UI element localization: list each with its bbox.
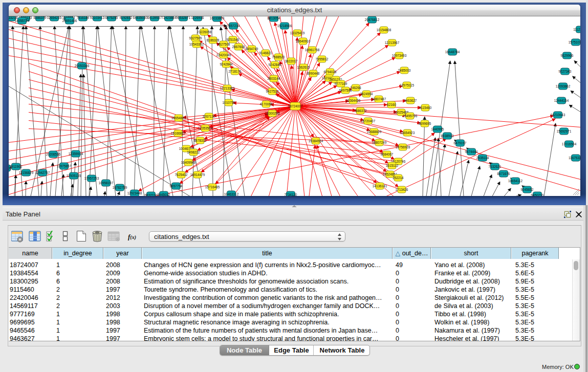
svg-text:1362615: 1362615 xyxy=(297,65,310,69)
svg-text:1498222: 1498222 xyxy=(187,150,200,154)
svg-text:10154808: 10154808 xyxy=(377,28,391,32)
svg-text:96532871: 96532871 xyxy=(176,16,191,19)
svg-text:16409948: 16409948 xyxy=(181,161,196,164)
svg-text:16033809: 16033809 xyxy=(210,16,225,20)
svg-text:18300295: 18300295 xyxy=(265,112,280,115)
svg-text:13325419: 13325419 xyxy=(290,31,305,35)
svg-text:8699695: 8699695 xyxy=(419,122,431,125)
svg-text:12213967: 12213967 xyxy=(385,41,400,45)
svg-text:6479197: 6479197 xyxy=(454,141,467,145)
svg-text:19654882: 19654882 xyxy=(171,116,186,120)
svg-text:6475255: 6475255 xyxy=(105,16,118,19)
svg-text:1010755: 1010755 xyxy=(223,101,235,104)
svg-text:13975857: 13975857 xyxy=(57,164,72,168)
svg-text:19166827: 19166827 xyxy=(171,132,186,135)
svg-text:19756928: 19756928 xyxy=(396,145,410,149)
svg-text:9474444: 9474444 xyxy=(465,150,478,154)
svg-text:8878312: 8878312 xyxy=(194,139,207,142)
svg-text:3267130: 3267130 xyxy=(203,115,215,118)
svg-text:2935114: 2935114 xyxy=(476,156,489,160)
svg-text:3824554: 3824554 xyxy=(360,92,373,96)
svg-text:62160: 62160 xyxy=(387,103,396,106)
svg-text:18807249: 18807249 xyxy=(372,141,387,144)
svg-text:1226916: 1226916 xyxy=(191,16,204,19)
svg-text:16648784: 16648784 xyxy=(445,50,460,54)
svg-text:17957253: 17957253 xyxy=(84,177,99,180)
svg-text:7886372: 7886372 xyxy=(354,109,367,113)
svg-text:12093862: 12093862 xyxy=(556,84,571,88)
svg-text:2803144: 2803144 xyxy=(268,77,280,80)
svg-text:1440995: 1440995 xyxy=(431,127,444,131)
svg-text:14136141: 14136141 xyxy=(373,184,387,188)
svg-text:19384554: 19384554 xyxy=(309,139,323,143)
svg-text:4192832: 4192832 xyxy=(120,16,133,19)
svg-text:2718176: 2718176 xyxy=(229,70,242,73)
svg-text:10973493: 10973493 xyxy=(392,54,407,57)
svg-text:9242846: 9242846 xyxy=(269,63,281,67)
svg-text:9242844: 9242844 xyxy=(220,62,233,66)
svg-text:10782759: 10782759 xyxy=(113,186,127,189)
svg-text:252214: 252214 xyxy=(393,176,404,180)
svg-text:10958197: 10958197 xyxy=(99,181,114,185)
svg-text:f(x): f(x) xyxy=(128,233,136,240)
svg-text:9527508: 9527508 xyxy=(217,42,230,46)
svg-text:1615112: 1615112 xyxy=(386,164,399,167)
svg-text:20053346: 20053346 xyxy=(75,64,90,68)
svg-text:13495796: 13495796 xyxy=(403,114,418,118)
svg-text:7632621: 7632621 xyxy=(489,165,502,168)
svg-text:15716485: 15716485 xyxy=(205,185,220,189)
svg-text:8945012: 8945012 xyxy=(158,193,170,196)
svg-text:8471676: 8471676 xyxy=(497,172,510,176)
svg-text:15692971: 15692971 xyxy=(557,129,572,133)
svg-text:12213382: 12213382 xyxy=(220,86,235,90)
svg-text:20876812: 20876812 xyxy=(365,18,380,21)
svg-text:7588520: 7588520 xyxy=(272,55,285,59)
svg-text:64139537: 64139537 xyxy=(147,16,162,19)
svg-text:10463312: 10463312 xyxy=(224,192,239,196)
svg-text:16961758: 16961758 xyxy=(305,48,320,52)
svg-text:12975115: 12975115 xyxy=(400,83,414,87)
svg-text:9329966: 9329966 xyxy=(561,54,574,57)
svg-text:13654923: 13654923 xyxy=(400,131,415,135)
svg-text:8990448: 8990448 xyxy=(307,72,320,75)
svg-text:12359914: 12359914 xyxy=(69,152,83,156)
svg-text:12353504: 12353504 xyxy=(198,126,213,130)
svg-text:8813054: 8813054 xyxy=(268,16,280,20)
svg-text:9327509: 9327509 xyxy=(189,36,202,40)
svg-text:22420046: 22420046 xyxy=(216,53,231,57)
svg-text:19218506: 19218506 xyxy=(277,24,292,28)
svg-text:15751074: 15751074 xyxy=(569,40,580,44)
svg-text:2867608: 2867608 xyxy=(232,45,245,49)
svg-text:16210643: 16210643 xyxy=(551,113,565,117)
svg-text:3822017: 3822017 xyxy=(285,59,298,63)
svg-text:9115460: 9115460 xyxy=(419,106,432,110)
svg-text:10654112: 10654112 xyxy=(508,179,522,183)
svg-text:16914479: 16914479 xyxy=(190,173,205,177)
svg-text:1713426: 1713426 xyxy=(396,188,408,191)
svg-text:9832110: 9832110 xyxy=(145,193,158,196)
svg-text:9146821: 9146821 xyxy=(259,51,272,55)
svg-text:12505135: 12505135 xyxy=(67,174,81,178)
svg-text:12444154: 12444154 xyxy=(554,99,569,102)
svg-text:15720407: 15720407 xyxy=(361,119,376,123)
svg-text:23226058: 23226058 xyxy=(197,30,212,34)
svg-text:18640910: 18640910 xyxy=(296,39,311,43)
svg-text:10543362: 10543362 xyxy=(189,42,204,46)
svg-text:64835030: 64835030 xyxy=(133,16,148,19)
svg-text:7485003: 7485003 xyxy=(398,69,411,72)
svg-text:12156829: 12156829 xyxy=(19,171,34,174)
svg-text:20364436: 20364436 xyxy=(346,99,361,102)
svg-text:7625402: 7625402 xyxy=(175,173,188,177)
svg-text:7955812: 7955812 xyxy=(316,57,329,61)
svg-text:11123301: 11123301 xyxy=(573,28,580,31)
svg-text:20206536: 20206536 xyxy=(46,152,61,156)
svg-text:8938913: 8938913 xyxy=(441,134,454,138)
svg-text:7734120: 7734120 xyxy=(285,193,297,196)
svg-text:746266: 746266 xyxy=(350,86,361,90)
svg-text:18724007: 18724007 xyxy=(288,104,303,108)
svg-text:9450210: 9450210 xyxy=(531,193,544,196)
svg-text:9251546: 9251546 xyxy=(227,38,239,41)
svg-text:02654235: 02654235 xyxy=(47,16,62,19)
svg-text:9227343: 9227343 xyxy=(559,70,572,73)
svg-text:10688609: 10688609 xyxy=(367,130,382,134)
